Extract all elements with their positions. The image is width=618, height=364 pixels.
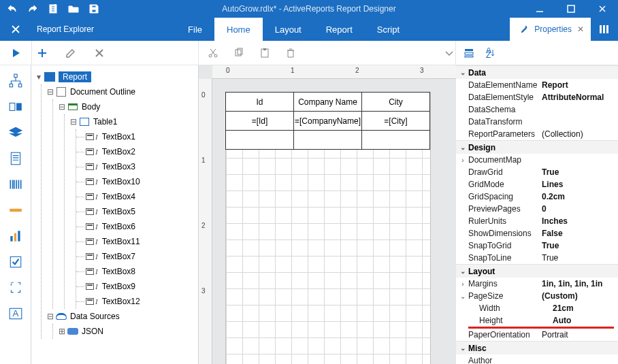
tree-textbox[interactable]: ITextBox9 xyxy=(80,279,198,294)
prop-row[interactable]: DataElementStyleAttributeNormal xyxy=(456,91,618,103)
minimize-button[interactable] xyxy=(524,0,555,18)
prop-value[interactable]: True xyxy=(542,241,618,250)
new-icon[interactable] xyxy=(48,3,59,14)
table-footer-cell[interactable] xyxy=(293,130,362,150)
table-expr-cell[interactable]: =[City] xyxy=(361,111,430,131)
prop-row[interactable]: PaperOrientationPortrait xyxy=(456,329,618,341)
prop-row[interactable]: DrawGridTrue xyxy=(456,166,618,178)
open-icon[interactable] xyxy=(68,3,79,14)
prop-row[interactable]: ⌄PageSize(Custom) xyxy=(456,290,618,302)
prop-row[interactable]: RulerUnitsInches xyxy=(456,215,618,227)
prop-value[interactable]: AttributeNormal xyxy=(542,93,618,102)
prop-row[interactable]: ShowDimensionsFalse xyxy=(456,227,618,239)
table-expr-cell[interactable]: =[CompanyName] xyxy=(293,111,362,131)
menu-layout[interactable]: Layout xyxy=(263,18,314,41)
prop-row[interactable]: SnapToLineTrue xyxy=(456,252,618,264)
table-header-cell[interactable]: Company Name xyxy=(293,92,362,112)
tree-textbox[interactable]: ITextBox2 xyxy=(80,144,198,159)
panes-button[interactable] xyxy=(591,18,618,41)
table-expr-cell[interactable]: =[Id] xyxy=(225,111,294,131)
edit-button[interactable] xyxy=(65,47,77,59)
menu-report[interactable]: Report xyxy=(314,18,365,41)
prop-row[interactable]: SnapToGridTrue xyxy=(456,239,618,252)
rail-layers-icon[interactable] xyxy=(8,125,23,140)
maximize-button[interactable] xyxy=(555,0,587,18)
prop-value[interactable]: (Custom) xyxy=(542,291,618,301)
prop-value[interactable]: Portrait xyxy=(542,330,618,340)
prop-value[interactable]: Auto xyxy=(553,316,618,325)
prop-value[interactable]: 21cm xyxy=(553,303,618,313)
expand-icon[interactable]: ⊟ xyxy=(46,312,55,321)
paste-button[interactable] xyxy=(259,47,271,59)
prop-category[interactable]: ⌄Layout xyxy=(456,264,618,278)
prop-row[interactable]: DataTransform xyxy=(456,116,618,128)
expand-icon[interactable]: ⌄ xyxy=(457,293,468,300)
tree-table1[interactable]: ⊟ Table1 xyxy=(69,114,198,129)
expand-icon[interactable]: › xyxy=(457,280,468,288)
rail-container-icon[interactable] xyxy=(8,280,23,295)
props-alpha-button[interactable]: AZ xyxy=(485,47,497,59)
prop-row[interactable]: PreviewPages0 xyxy=(456,203,618,215)
chevron-down-icon[interactable]: ⌄ xyxy=(457,267,468,275)
expand-icon[interactable]: › xyxy=(457,156,468,164)
rail-hierarchy-icon[interactable] xyxy=(8,73,23,88)
prop-row[interactable]: ReportParameters(Collection) xyxy=(456,128,618,140)
rail-chart-icon[interactable] xyxy=(8,229,23,244)
prop-value[interactable]: Report xyxy=(542,80,618,90)
prop-row[interactable]: DataElementNameReport xyxy=(456,79,618,91)
tree-textbox[interactable]: ITextBox6 xyxy=(80,219,198,234)
tree-data-sources[interactable]: ⊟ Data Sources xyxy=(46,309,198,324)
tree-textbox[interactable]: ITextBox11 xyxy=(80,234,198,249)
tree-root-report[interactable]: ▾ Report xyxy=(34,69,198,84)
prop-row[interactable]: Width21cm xyxy=(456,302,618,314)
tree-textbox[interactable]: ITextBox4 xyxy=(80,189,198,204)
prop-category[interactable]: ⌄Data xyxy=(456,65,618,79)
prop-row[interactable]: ›Margins1in, 1in, 1in, 1in xyxy=(456,278,618,290)
chevron-down-icon[interactable]: ⌄ xyxy=(457,69,468,76)
table-footer-cell[interactable] xyxy=(361,130,430,150)
props-categorized-button[interactable] xyxy=(463,47,475,59)
report-page[interactable]: Id Company Name City =[Id] =[CompanyName… xyxy=(226,93,430,364)
prop-category[interactable]: ⌄Misc xyxy=(456,341,618,354)
tree-textbox[interactable]: ITextBox1 xyxy=(80,129,198,144)
prop-value[interactable]: False xyxy=(542,229,618,238)
table-design[interactable]: Id Company Name City =[Id] =[CompanyName… xyxy=(226,93,430,150)
tab-properties[interactable]: Properties ✕ xyxy=(510,18,591,41)
prop-category[interactable]: ⌄Design xyxy=(456,140,618,154)
rail-document-icon[interactable] xyxy=(8,151,23,166)
design-canvas[interactable]: 0 1 2 3 0 1 2 3 Id Company Name City xyxy=(199,65,456,364)
tree-textbox[interactable]: ITextBox8 xyxy=(80,264,198,279)
tree-textbox[interactable]: ITextBox5 xyxy=(80,204,198,219)
prop-value[interactable]: True xyxy=(542,167,618,177)
prop-value[interactable]: Lines xyxy=(542,180,618,189)
prop-value[interactable]: Inches xyxy=(542,216,618,226)
rail-group-icon[interactable] xyxy=(8,99,23,114)
prop-value[interactable]: (Collection) xyxy=(542,129,618,139)
prop-value[interactable]: 1in, 1in, 1in, 1in xyxy=(542,279,618,288)
prop-row[interactable]: Author xyxy=(456,354,618,364)
prop-row[interactable]: HeightAuto xyxy=(456,314,618,327)
expand-icon[interactable]: ▾ xyxy=(34,72,44,82)
prop-row[interactable]: ›DocumentMap xyxy=(456,154,618,166)
run-button[interactable] xyxy=(10,47,22,59)
tree-textbox[interactable]: ITextBox12 xyxy=(80,294,198,309)
prop-value[interactable]: True xyxy=(542,253,618,263)
prop-row[interactable]: DataSchema xyxy=(456,103,618,116)
delete-button[interactable] xyxy=(93,47,105,59)
tree-document-outline[interactable]: ⊟ Document Outline xyxy=(46,84,198,99)
canvas-dropdown-icon[interactable] xyxy=(443,47,455,59)
rail-banded-icon[interactable] xyxy=(8,203,23,218)
chevron-down-icon[interactable]: ⌄ xyxy=(457,344,468,352)
prop-value[interactable]: 0.2cm xyxy=(542,192,618,201)
panel-close-button[interactable] xyxy=(0,18,31,41)
table-header-cell[interactable]: City xyxy=(361,92,430,112)
expand-icon[interactable]: ⊟ xyxy=(69,117,78,127)
menu-file[interactable]: File xyxy=(176,18,214,41)
trash-button[interactable] xyxy=(284,47,297,59)
tree-textbox[interactable]: ITextBox3 xyxy=(80,159,198,174)
menu-home[interactable]: Home xyxy=(214,18,263,41)
rail-barcode-icon[interactable] xyxy=(8,177,23,192)
rail-text-icon[interactable]: A xyxy=(8,306,23,321)
tree-textbox[interactable]: ITextBox7 xyxy=(80,249,198,264)
prop-row[interactable]: GridModeLines xyxy=(456,178,618,191)
